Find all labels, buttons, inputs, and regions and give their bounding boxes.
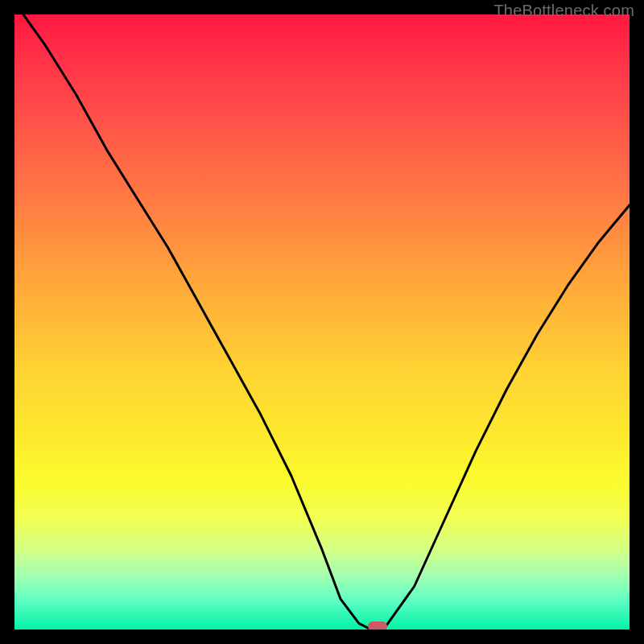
curve-path — [14, 14, 630, 630]
bottleneck-curve — [14, 14, 630, 630]
optimum-marker — [368, 621, 387, 630]
plot-area — [14, 14, 630, 630]
chart-frame: TheBottleneck.com — [0, 0, 644, 644]
watermark-text: TheBottleneck.com — [493, 2, 634, 20]
